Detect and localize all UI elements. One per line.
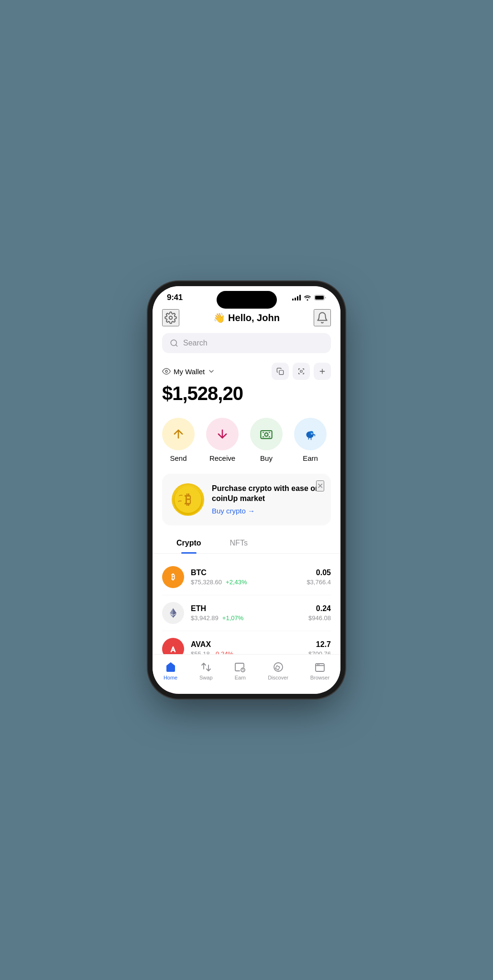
nav-home[interactable]: Home [156, 659, 185, 682]
quick-actions: Send Receive Buy [153, 414, 340, 470]
search-placeholder: Search [183, 339, 323, 347]
eth-value: $946.08 [308, 614, 331, 622]
add-icon [318, 368, 326, 375]
svg-text:₿: ₿ [185, 492, 191, 507]
cash-icon [260, 427, 273, 441]
wallet-actions [272, 363, 331, 380]
eye-icon [162, 367, 171, 376]
scan-icon [297, 368, 305, 375]
scan-button[interactable] [293, 363, 310, 380]
nav-earn[interactable]: Earn [227, 659, 253, 682]
btc-price: $75,328.60 [191, 579, 222, 586]
crypto-item-btc[interactable]: ₿ BTC $75,328.60 +2,43% 0.05 $3,766.4 [162, 559, 331, 595]
dynamic-island [217, 291, 277, 309]
receive-action[interactable]: Receive [206, 418, 239, 462]
buy-circle [250, 418, 283, 450]
settings-button[interactable] [162, 309, 179, 326]
btc-icon: ₿ [162, 566, 184, 588]
svg-rect-4 [279, 370, 284, 375]
status-bar: 9:41 [153, 286, 340, 305]
signal-icon [292, 295, 301, 301]
bottom-nav: Home Swap Earn [153, 654, 340, 694]
search-container: Search [153, 331, 340, 361]
promo-banner: ✕ ₿ Purchase crypto with ease on coin [162, 474, 331, 525]
receive-label: Receive [209, 454, 235, 462]
gear-icon [164, 312, 177, 324]
buy-crypto-link[interactable]: Buy crypto → [212, 507, 255, 515]
earn-label: Earn [303, 454, 318, 462]
status-time: 9:41 [167, 293, 183, 302]
btc-symbol: BTC [191, 568, 307, 577]
earn-action[interactable]: Earn [294, 418, 327, 462]
banner-text: Purchase crypto with ease on coinUp mark… [212, 484, 322, 515]
tab-crypto[interactable]: Crypto [162, 533, 216, 553]
eth-price: $3,942.89 [191, 614, 219, 622]
eth-holdings: 0.24 $946.08 [308, 604, 331, 622]
add-wallet-button[interactable] [314, 363, 331, 380]
bell-icon [316, 312, 329, 324]
eth-symbol: ETH [191, 604, 308, 613]
wallet-label: My Wallet [174, 368, 205, 376]
chevron-down-icon [208, 368, 215, 375]
eth-info: ETH $3,942.89 +1,07% [191, 604, 308, 622]
search-icon [170, 339, 178, 347]
arrow-down-icon [216, 427, 229, 441]
wave-emoji: 👋 [213, 312, 225, 323]
earn-circle [294, 418, 327, 450]
banner-close-button[interactable]: ✕ [316, 480, 324, 491]
wallet-balance: $1,528,20 [162, 383, 331, 404]
eth-icon [162, 602, 184, 624]
swap-icon [200, 661, 212, 673]
greeting: 👋 Hello, John [213, 312, 280, 323]
piggy-icon [304, 427, 317, 441]
svg-point-29 [317, 664, 318, 665]
nav-swap[interactable]: Swap [192, 659, 220, 682]
asset-tabs: Crypto NFTs [153, 533, 340, 554]
eth-amount: 0.24 [308, 604, 331, 613]
phone-screen: 9:41 [153, 286, 340, 694]
avax-symbol: AVAX [191, 640, 308, 649]
arrow-up-icon [172, 427, 185, 441]
buy-action[interactable]: Buy [250, 418, 283, 462]
nav-browser[interactable]: Browser [303, 659, 337, 682]
banner-title: Purchase crypto with ease on coinUp mark… [212, 484, 322, 504]
btc-amount: 0.05 [307, 568, 331, 577]
crypto-item-eth[interactable]: ETH $3,942.89 +1,07% 0.24 $946.08 [162, 595, 331, 631]
svg-point-30 [318, 664, 319, 665]
home-icon [165, 661, 176, 673]
search-bar[interactable]: Search [162, 333, 331, 353]
svg-rect-28 [316, 664, 324, 671]
browser-icon [314, 661, 326, 673]
svg-point-19 [166, 642, 180, 656]
send-circle [162, 418, 195, 450]
status-icons [292, 295, 326, 301]
notification-button[interactable] [314, 309, 331, 326]
btc-value: $3,766.4 [307, 579, 331, 586]
discover-nav-label: Discover [268, 675, 288, 680]
home-nav-label: Home [164, 675, 177, 680]
btc-holdings: 0.05 $3,766.4 [307, 568, 331, 586]
tab-nfts[interactable]: NFTs [216, 533, 262, 553]
svg-point-11 [311, 433, 312, 434]
btc-change: +2,43% [226, 579, 247, 586]
battery-icon [314, 295, 326, 301]
wallet-label-row: My Wallet [162, 367, 215, 376]
nav-discover[interactable]: Discover [260, 659, 296, 682]
eth-price-row: $3,942.89 +1,07% [191, 614, 308, 622]
copy-button[interactable] [272, 363, 289, 380]
earn-nav-icon [234, 661, 246, 673]
buy-label: Buy [260, 454, 273, 462]
wallet-section: My Wallet [153, 361, 340, 414]
send-action[interactable]: Send [162, 418, 195, 462]
svg-point-3 [165, 370, 168, 373]
receive-circle [206, 418, 239, 450]
browser-nav-label: Browser [310, 675, 329, 680]
greeting-text: Hello, John [228, 312, 280, 323]
earn-nav-label: Earn [235, 675, 246, 680]
svg-point-7 [265, 433, 268, 436]
svg-rect-5 [300, 370, 302, 372]
phone-frame: 9:41 [153, 286, 340, 694]
wallet-header: My Wallet [162, 363, 331, 380]
eth-change: +1,07% [222, 614, 243, 622]
send-label: Send [170, 454, 186, 462]
